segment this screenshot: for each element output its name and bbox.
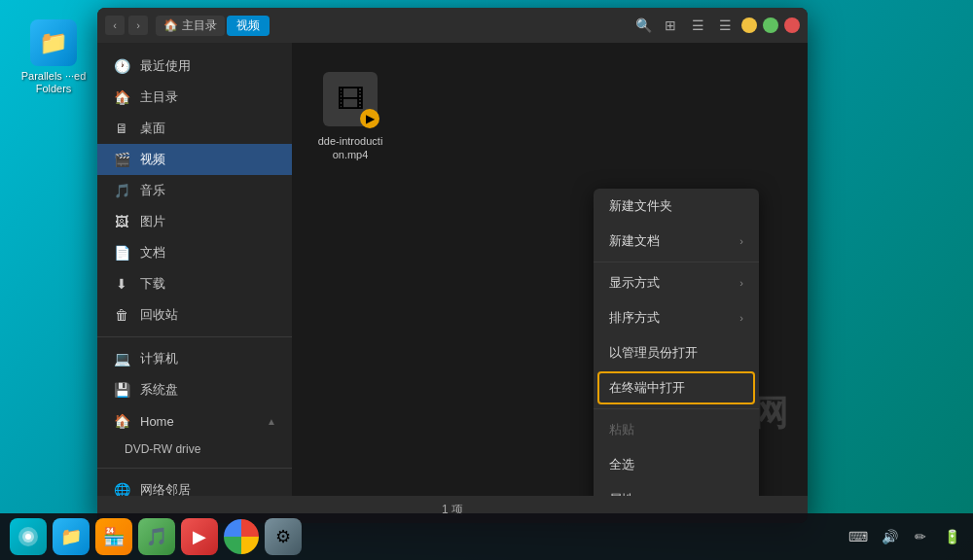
sidebar-label-music: 音乐 <box>140 182 165 199</box>
sidebar-item-pictures[interactable]: 🖼 图片 <box>97 206 292 237</box>
pen-icon[interactable]: ✏ <box>909 525 932 548</box>
sidebar-item-system[interactable]: 💾 系统盘 <box>97 374 292 405</box>
sidebar-label-system: 系统盘 <box>140 381 178 399</box>
breadcrumb-current-label: 视频 <box>236 18 260 32</box>
documents-icon: 📄 <box>113 244 130 262</box>
chevron-up-icon: ▲ <box>267 416 276 427</box>
dvd-label: DVD-RW drive <box>125 442 200 456</box>
breadcrumb-current[interactable]: 视频 <box>227 16 270 36</box>
file-area[interactable]: 🎞 ▶ dde-introduction.mp4 新建文件夹 新建文档 › <box>292 43 808 496</box>
parallels-icon: 📁 <box>30 19 77 66</box>
sidebar-item-video[interactable]: 🎬 视频 <box>97 144 292 175</box>
desktop-icon-sidebar: 🖥 <box>113 120 130 137</box>
sidebar-item-documents[interactable]: 📄 文档 <box>97 237 292 268</box>
sidebar-item-recent[interactable]: 🕐 最近使用 <box>97 51 292 82</box>
home-icon: 🏠 <box>163 18 178 32</box>
ctx-new-folder-label: 新建文件夹 <box>609 197 672 215</box>
ctx-new-doc-label: 新建文档 <box>609 232 660 250</box>
taskbar-icon-files[interactable]: 📁 <box>53 518 90 555</box>
sidebar-item-desktop[interactable]: 🖥 桌面 <box>97 113 292 144</box>
sidebar-label-home: 主目录 <box>140 88 178 106</box>
sidebar-label-trash: 回收站 <box>140 306 178 324</box>
ctx-admin-open[interactable]: 以管理员份打开 <box>594 335 759 370</box>
file-badge: ▶ <box>360 109 379 128</box>
sidebar-item-home[interactable]: 🏠 主目录 <box>97 82 292 113</box>
ctx-terminal-open[interactable]: 在终端中打开 <box>594 370 759 405</box>
sidebar-item-computer[interactable]: 💻 计算机 <box>97 343 292 374</box>
taskbar-sys-area: ⌨ 🔊 ✏ 🔋 <box>847 525 963 548</box>
ctx-properties[interactable]: 属性 <box>594 482 759 496</box>
breadcrumb-home[interactable]: 🏠 主目录 <box>156 16 225 36</box>
sidebar-label-desktop: 桌面 <box>140 120 165 137</box>
close-button[interactable]: × <box>784 18 800 33</box>
sidebar-divider-2 <box>97 468 292 469</box>
recent-icon: 🕐 <box>113 57 130 75</box>
ctx-arrow-sort-icon: › <box>739 312 743 324</box>
ctx-paste[interactable]: 粘贴 <box>594 412 759 447</box>
file-manager-window: ‹ › 🏠 主目录 视频 🔍 ⊞ ☰ ☰ − □ <box>97 8 808 523</box>
sidebar-item-music[interactable]: 🎵 音乐 <box>97 175 292 206</box>
sidebar-item-trash[interactable]: 🗑 回收站 <box>97 299 292 331</box>
video-taskbar-icon: ▶ <box>193 526 206 547</box>
taskbar-icon-settings[interactable]: ⚙ <box>265 518 302 555</box>
music-icon: 🎵 <box>113 182 130 199</box>
deepin-icon <box>17 525 40 548</box>
breadcrumb-home-label: 主目录 <box>182 18 217 34</box>
ctx-arrow-display-icon: › <box>739 277 743 289</box>
desktop-icon-parallels[interactable]: 📁 Parallels ···ed Folders <box>19 19 88 95</box>
titlebar: ‹ › 🏠 主目录 视频 🔍 ⊞ ☰ ☰ − □ <box>97 8 808 43</box>
file-item-video[interactable]: 🎞 ▶ dde-introduction.mp4 <box>311 62 389 170</box>
maximize-button[interactable]: □ <box>763 18 778 33</box>
ctx-new-folder[interactable]: 新建文件夹 <box>594 189 759 224</box>
volume-icon[interactable]: 🔊 <box>878 525 901 548</box>
sidebar-label-video: 视频 <box>140 151 165 168</box>
sidebar-item-downloads[interactable]: ⬇ 下载 <box>97 268 292 299</box>
ctx-divider-2 <box>594 408 759 409</box>
sidebar-item-network[interactable]: 🌐 网络邻居 <box>97 474 292 496</box>
taskbar-icon-music[interactable]: 🎵 <box>138 518 175 555</box>
ctx-display[interactable]: 显示方式 › <box>594 265 759 300</box>
sidebar-label-pictures: 图片 <box>140 213 165 230</box>
battery-icon[interactable]: 🔋 <box>940 525 963 548</box>
settings-taskbar-icon: ⚙ <box>275 526 291 547</box>
sidebar-label-network: 网络邻居 <box>140 481 191 496</box>
grid-view-button[interactable]: ⊞ <box>660 15 681 36</box>
taskbar-icon-deepin[interactable] <box>10 518 47 555</box>
search-button[interactable]: 🔍 <box>632 15 654 36</box>
ctx-sort[interactable]: 排序方式 › <box>594 300 759 335</box>
home-drive-icon: 🏠 <box>113 412 130 430</box>
sidebar-label-downloads: 下载 <box>140 275 165 293</box>
computer-icon: 💻 <box>113 350 130 368</box>
keyboard-icon[interactable]: ⌨ <box>847 525 870 548</box>
taskbar-icon-video[interactable]: ▶ <box>181 518 218 555</box>
sidebar-item-dvd[interactable]: DVD-RW drive <box>97 437 292 462</box>
sidebar: 🕐 最近使用 🏠 主目录 🖥 桌面 🎬 视频 🎵 音乐 <box>97 43 292 496</box>
menu-button[interactable]: ☰ <box>714 15 736 36</box>
taskbar-icon-chrome[interactable] <box>224 519 259 554</box>
parallels-label: Parallels ···ed Folders <box>19 70 88 95</box>
svg-point-2 <box>25 534 31 540</box>
back-button[interactable]: ‹ <box>105 16 125 35</box>
file-grid: 🎞 ▶ dde-introduction.mp4 <box>292 43 808 190</box>
home-sidebar-icon: 🏠 <box>113 88 130 106</box>
sidebar-divider <box>97 336 292 337</box>
system-icon: 💾 <box>113 381 130 399</box>
ctx-divider-1 <box>594 262 759 262</box>
store-icon: 🏪 <box>103 526 125 547</box>
ctx-sort-label: 排序方式 <box>609 309 660 327</box>
ctx-properties-label: 属性 <box>609 491 634 496</box>
taskbar-icon-store[interactable]: 🏪 <box>95 518 132 555</box>
desktop: 📁 Parallels ···ed Folders ‹ › 🏠 主目录 视频 🔍 <box>0 0 973 560</box>
nav-buttons: ‹ › <box>105 16 148 35</box>
titlebar-tools: 🔍 ⊞ ☰ ☰ <box>632 15 736 36</box>
downloads-icon: ⬇ <box>113 275 130 293</box>
forward-button[interactable]: › <box>128 16 148 35</box>
ctx-new-doc[interactable]: 新建文档 › <box>594 224 759 259</box>
breadcrumb: 🏠 主目录 视频 <box>156 16 270 36</box>
minimize-button[interactable]: − <box>741 18 757 33</box>
ctx-select-all[interactable]: 全选 <box>594 447 759 482</box>
ctx-admin-label: 以管理员份打开 <box>609 344 698 362</box>
list-view-button[interactable]: ☰ <box>687 15 708 36</box>
taskbar: 📁 🏪 🎵 ▶ ⚙ ⌨ 🔊 ✏ 🔋 <box>0 513 973 560</box>
sidebar-item-home-drive[interactable]: 🏠 Home ▲ <box>97 405 292 437</box>
